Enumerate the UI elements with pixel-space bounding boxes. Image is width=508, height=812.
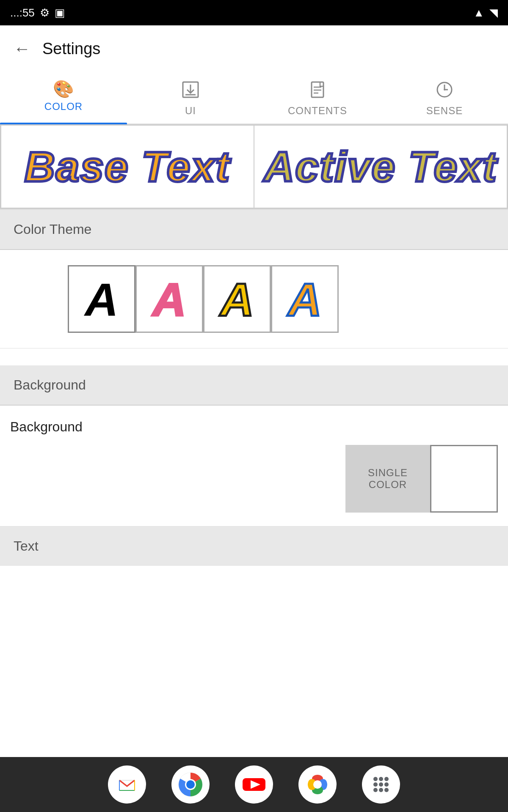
swatch-a-yellow-icon: A	[220, 272, 254, 326]
swatch-black[interactable]: A	[68, 265, 135, 333]
single-color-option[interactable]: SINGLE COLOR	[345, 445, 430, 513]
svg-point-28	[379, 777, 383, 781]
tab-bar: 🎨 COLOR UI	[0, 72, 508, 124]
swatch-orange-blue[interactable]: A	[271, 265, 339, 333]
svg-point-31	[379, 782, 383, 787]
active-text-preview[interactable]: Active Text	[254, 124, 508, 209]
background-row-label: Background	[10, 419, 498, 435]
download-box-icon	[181, 80, 200, 102]
theme-swatches: A A A A	[0, 250, 508, 348]
tab-contents[interactable]: CONTENTS	[254, 72, 381, 123]
tab-color[interactable]: 🎨 COLOR	[0, 72, 127, 123]
wifi-icon: ▲	[473, 6, 484, 19]
color-theme-label: Color Theme	[14, 222, 91, 237]
base-text-label: Base Text	[25, 143, 231, 191]
spacer-1	[0, 348, 508, 365]
chrome-nav-button[interactable]	[171, 765, 210, 804]
page-title: Settings	[42, 40, 100, 58]
tab-sense[interactable]: SENSE	[381, 72, 508, 123]
bottom-nav	[0, 757, 508, 812]
background-options: SINGLE COLOR	[10, 445, 498, 513]
back-arrow-icon: ←	[14, 39, 30, 58]
top-bar: ← Settings	[0, 25, 508, 72]
tab-ui-label: UI	[185, 105, 196, 117]
gmail-nav-button[interactable]	[108, 765, 146, 804]
clock-circle-icon	[435, 80, 454, 102]
svg-point-34	[379, 788, 383, 792]
svg-point-35	[384, 788, 389, 792]
background-row: Background SINGLE COLOR	[0, 406, 508, 527]
base-text-preview[interactable]: Base Text	[0, 124, 254, 209]
tab-color-label: COLOR	[44, 101, 83, 112]
svg-point-33	[373, 788, 378, 792]
color-theme-section-header: Color Theme	[0, 210, 508, 250]
tab-ui[interactable]: UI	[127, 72, 254, 123]
tab-sense-label: SENSE	[426, 105, 463, 117]
preview-section: Base Text Active Text	[0, 124, 508, 210]
svg-point-25	[313, 780, 322, 789]
text-section-header: Text	[0, 527, 508, 566]
youtube-nav-button[interactable]	[235, 765, 273, 804]
palette-icon: 🎨	[53, 80, 74, 97]
swatch-pink[interactable]: A	[135, 265, 203, 333]
active-text-label: Active Text	[264, 143, 497, 191]
tab-contents-label: CONTENTS	[288, 105, 347, 117]
swatch-a-blue-icon: A	[288, 272, 321, 326]
svg-point-20	[186, 780, 195, 789]
white-color-option[interactable]	[430, 445, 498, 513]
swatch-a-pink-icon: A	[152, 272, 186, 326]
svg-point-32	[384, 782, 389, 787]
signal-icon: ◥	[489, 6, 498, 19]
background-section-header: Background	[0, 365, 508, 405]
status-bar: ...:55 ⚙ ▣ ▲ ◥	[0, 0, 508, 25]
back-button[interactable]: ←	[14, 40, 30, 57]
text-section-label: Text	[14, 538, 39, 554]
svg-point-29	[384, 777, 389, 781]
sim-icon: ▣	[55, 6, 65, 19]
svg-point-27	[373, 777, 378, 781]
svg-point-30	[373, 782, 378, 787]
document-icon	[308, 80, 327, 102]
single-color-label: SINGLE COLOR	[351, 467, 425, 491]
status-bar-left: ...:55 ⚙ ▣	[10, 6, 65, 19]
swatch-yellow-black[interactable]: A	[203, 265, 271, 333]
settings-icon: ⚙	[40, 6, 50, 19]
apps-nav-button[interactable]	[362, 765, 400, 804]
photos-nav-button[interactable]	[298, 765, 337, 804]
background-label: Background	[14, 377, 86, 392]
svg-point-10	[444, 89, 445, 91]
status-bar-right: ▲ ◥	[473, 6, 498, 19]
status-time: ...:55	[10, 6, 35, 19]
swatch-a-black-icon: A	[85, 272, 118, 326]
